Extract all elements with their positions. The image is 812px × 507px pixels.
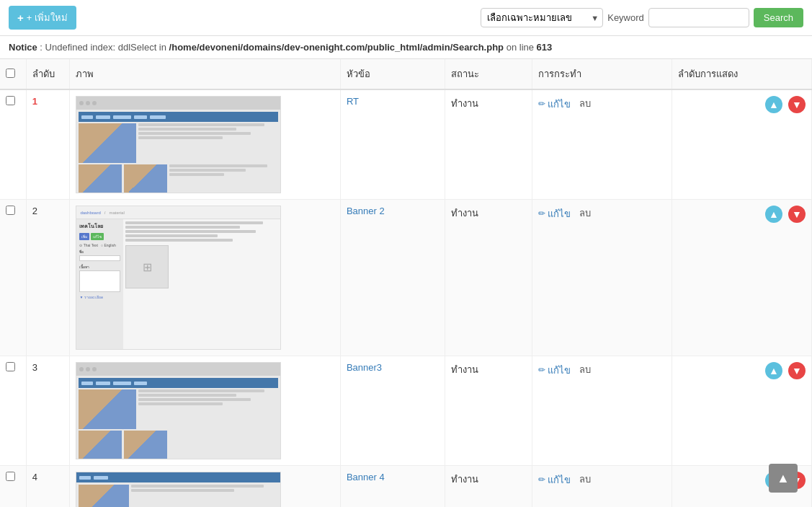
header-row: ลำดับ ภาพ หัวข้อ สถานะ การกระทำ ลำดับการ… [0, 59, 812, 89]
row-action-2: ✏ แก้ไข ลบ [532, 200, 672, 356]
screenshot-3 [76, 363, 280, 459]
edit-link-4[interactable]: ✏ แก้ไข [538, 472, 571, 488]
row-action-4: ✏ แก้ไข ลบ [532, 466, 672, 508]
row-title-1: RT [340, 89, 445, 200]
status-text-1: ทำงาน [451, 98, 478, 109]
plus-icon: + [17, 12, 24, 24]
screenshot-2: dashboard / material เทคโนโลย เพ [76, 206, 280, 349]
select-all-checkbox[interactable] [6, 69, 15, 78]
status-text-3: ทำงาน [451, 364, 478, 375]
data-table: ลำดับ ภาพ หัวข้อ สถานะ การกระทำ ลำดับการ… [0, 59, 812, 507]
row-checkbox-cell [0, 466, 26, 508]
title-link-2[interactable]: Banner 2 [347, 206, 385, 216]
row-display-order-2: ▲ ▼ [672, 200, 812, 356]
header-checkbox-cell [0, 59, 26, 89]
order-down-btn-1[interactable]: ▼ [788, 96, 806, 113]
screenshot-header-1 [76, 97, 280, 110]
edit-label-3: แก้ไข [548, 363, 571, 378]
table-row: 4 [0, 466, 812, 508]
order-up-btn-3[interactable]: ▲ [765, 362, 782, 379]
notice-line-label: on line [507, 42, 537, 53]
status-text-2: ทำงาน [451, 208, 478, 219]
data-table-container: ลำดับ ภาพ หัวข้อ สถานะ การกระทำ ลำดับการ… [0, 59, 812, 507]
header-col-order: ลำดับ [26, 59, 70, 89]
order-btns-3: ▲ ▼ [678, 362, 806, 379]
edit-link-1[interactable]: ✏ แก้ไข [538, 97, 571, 112]
delete-label-4: ลบ [579, 474, 591, 485]
pencil-icon-3: ✏ [538, 365, 545, 375]
keyword-label: Keyword [607, 12, 644, 23]
search-button[interactable]: Search [754, 8, 803, 27]
row-checkbox[interactable] [6, 472, 15, 481]
delete-link-2[interactable]: ลบ [579, 208, 591, 219]
row-num-2: 2 [32, 206, 37, 216]
header-col-display: ลำดับการแสดง [672, 59, 812, 89]
pencil-icon-1: ✏ [538, 99, 545, 109]
screenshot-body-3 [76, 376, 280, 459]
row-display-order-3: ▲ ▼ [672, 356, 812, 466]
edit-link-2[interactable]: ✏ แก้ไข [538, 206, 571, 221]
title-link-4[interactable]: Banner 4 [347, 472, 385, 482]
row-display-order-1: ▲ ▼ [672, 89, 812, 200]
edit-label-2: แก้ไข [548, 206, 571, 221]
thumbnail-2: dashboard / material เทคโนโลย เพ [76, 206, 281, 350]
screenshot-header-3 [76, 363, 280, 376]
row-image-1 [70, 89, 341, 200]
order-up-btn-2[interactable]: ▲ [765, 206, 782, 223]
row-number: 4 [26, 466, 70, 508]
delete-label-1: ลบ [579, 98, 591, 109]
table-row: 2 dashboard / material [0, 200, 812, 356]
row-num-4: 4 [32, 472, 37, 482]
thumbnail-3 [76, 362, 281, 459]
row-title-2: Banner 2 [340, 200, 445, 356]
row-image-4 [70, 466, 341, 508]
delete-link-4[interactable]: ลบ [579, 474, 591, 485]
notice-text: : Undefined index: ddlSelect in [40, 42, 166, 53]
edit-label-4: แก้ไข [548, 472, 571, 488]
order-btns-2: ▲ ▼ [678, 206, 806, 223]
thumbnail-1 [76, 96, 281, 193]
row-checkbox-cell [0, 356, 26, 466]
delete-label-3: ลบ [579, 364, 591, 375]
screenshot2-main: ⊞ [123, 219, 280, 349]
edit-label-1: แก้ไข [548, 97, 571, 112]
filter-select[interactable]: เลือกเฉพาะหมายเลข [481, 8, 603, 27]
row-checkbox[interactable] [6, 362, 15, 371]
delete-link-3[interactable]: ลบ [579, 364, 591, 375]
row-status-1: ทำงาน [445, 89, 532, 200]
screenshot2-sidebar: เทคโนโลย เพิ่ม แก้ไข ⊙ Thai Text ○ Engli… [76, 219, 123, 349]
add-new-button[interactable]: + + เพิ่มใหม่ [9, 6, 76, 30]
order-down-btn-3[interactable]: ▼ [788, 362, 806, 379]
screenshot2-content: เทคโนโลย เพิ่ม แก้ไข ⊙ Thai Text ○ Engli… [76, 219, 280, 349]
scroll-to-top-button[interactable]: ▲ [769, 464, 798, 493]
header-col-image: ภาพ [70, 59, 341, 89]
table-row: 3 [0, 356, 812, 466]
delete-link-1[interactable]: ลบ [579, 98, 591, 109]
row-image-2: dashboard / material เทคโนโลย เพ [70, 200, 341, 356]
row-num-1: 1 [32, 96, 37, 107]
notice-path: /home/devoneni/domains/dev-onenight.com/… [169, 42, 504, 53]
row-checkbox[interactable] [6, 96, 15, 105]
screenshot-1 [76, 97, 280, 193]
notice-label: Notice [9, 42, 37, 53]
header-col-status: สถานะ [445, 59, 532, 89]
row-status-4: ทำงาน [445, 466, 532, 508]
title-link-1[interactable]: RT [347, 96, 359, 107]
filter-select-wrapper: เลือกเฉพาะหมายเลข ▼ [481, 8, 603, 27]
row-checkbox[interactable] [6, 206, 15, 215]
title-link-3[interactable]: Banner3 [347, 362, 382, 373]
thumbnail-4 [76, 472, 281, 507]
header-col-title: หัวข้อ [340, 59, 445, 89]
row-number: 2 [26, 200, 70, 356]
order-down-btn-2[interactable]: ▼ [788, 206, 806, 223]
row-action-1: ✏ แก้ไข ลบ [532, 89, 672, 200]
table-body: 1 [0, 89, 812, 507]
row-num-3: 3 [32, 362, 37, 373]
row-status-3: ทำงาน [445, 356, 532, 466]
table-row: 1 [0, 89, 812, 200]
keyword-input[interactable] [648, 8, 749, 27]
row-checkbox-cell [0, 200, 26, 356]
order-up-btn-1[interactable]: ▲ [765, 96, 782, 113]
row-title-3: Banner3 [340, 356, 445, 466]
edit-link-3[interactable]: ✏ แก้ไข [538, 363, 571, 378]
